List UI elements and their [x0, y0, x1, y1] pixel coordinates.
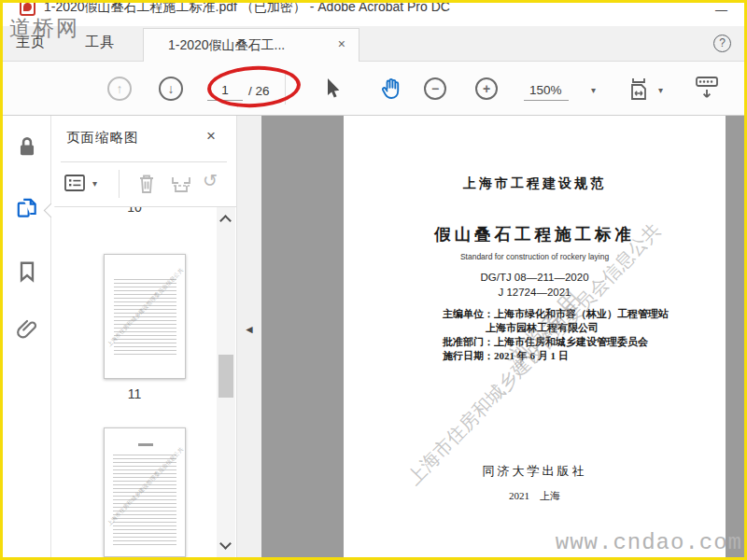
thumbnail-label-11: 11	[51, 386, 218, 401]
panel-divider	[61, 161, 227, 162]
thumbnail-list[interactable]: 10 上海市住房和城乡建设管理委员会信息公共 11 上海市住房和城乡建设管理委员…	[51, 207, 236, 557]
panel-close-icon[interactable]: ×	[206, 127, 216, 146]
thumbnail-label-10: 10	[51, 207, 218, 215]
tab-bar: 主页 工具 1-2020假山叠石工... × ?	[3, 26, 744, 62]
collapse-panel-arrow-icon[interactable]: ◄	[244, 323, 255, 336]
acrobat-window: 1-2020假山叠石工程施工标准.pdf （已加密） - Adobe Acrob…	[3, 3, 744, 557]
thumbnail-options-caret-icon[interactable]: ▾	[92, 178, 97, 189]
doc-chief-editor-line1: 主编单位：上海市绿化和市容（林业）工程管理站	[443, 307, 669, 321]
doc-effective-date-line: 施行日期：2021 年 6 月 1 日	[443, 349, 569, 363]
scroll-down-icon[interactable]	[219, 538, 232, 550]
title-bar: 1-2020假山叠石工程施工标准.pdf （已加密） - Adobe Acrob…	[3, 3, 744, 26]
scroll-up-icon[interactable]	[219, 215, 232, 227]
panel-toolbar-separator	[119, 170, 120, 198]
thumbnail-heading-bar	[138, 443, 153, 446]
security-lock-icon[interactable]	[15, 134, 39, 159]
scrollbar-thumb[interactable]	[218, 355, 233, 398]
thumbnail-scrollbar[interactable]	[217, 207, 235, 557]
zoom-out-icon[interactable]: −	[424, 77, 446, 100]
tab-document-active[interactable]: 1-2020假山叠石工... ×	[143, 28, 359, 63]
doc-subtitle-english: Standard for construction of rockery lay…	[344, 252, 726, 261]
pdf-page: 上海市工程建设规范 假山叠石工程施工标准 Standard for constr…	[344, 116, 726, 557]
doc-title: 假山叠石工程施工标准	[344, 223, 726, 245]
panel-collapse-strip[interactable]: ◄	[236, 116, 261, 557]
collapse-toolbar-icon[interactable]	[694, 75, 720, 103]
doc-record-code: J 12724—2021	[344, 287, 726, 298]
thumbnail-text-lines	[114, 279, 176, 357]
help-icon[interactable]: ?	[713, 35, 731, 52]
page-thumbnails-panel: 页面缩略图 × ▾	[51, 116, 236, 557]
document-tab-close-icon[interactable]: ×	[338, 36, 345, 51]
document-tab-label: 1-2020假山叠石工...	[168, 37, 285, 54]
doc-approval-line: 批准部门：上海市住房和城乡建设管理委员会	[443, 335, 648, 349]
doc-edition: 2021 上海	[344, 489, 726, 503]
document-view[interactable]: 上海市工程建设规范 假山叠石工程施工标准 Standard for constr…	[261, 116, 744, 557]
left-icon-rail	[3, 116, 51, 557]
window-title: 1-2020假山叠石工程施工标准.pdf （已加密） - Adobe Acrob…	[44, 3, 450, 16]
zoom-dropdown-caret-icon[interactable]: ▾	[591, 85, 596, 95]
thumbnail-options-icon[interactable]	[63, 172, 87, 194]
tab-tools[interactable]: 工具	[85, 34, 115, 51]
crop-page-icon[interactable]	[169, 172, 193, 196]
bookmarks-icon[interactable]	[15, 259, 39, 284]
doc-region-header: 上海市工程建设规范	[344, 175, 726, 192]
main-toolbar: ↑ ↓ / 26 − + ▾ ▾	[3, 62, 744, 116]
zoom-in-icon[interactable]: +	[475, 77, 498, 100]
delete-page-icon[interactable]	[135, 172, 158, 196]
thumbnail-page-11[interactable]: 上海市住房和城乡建设管理委员会信息公共	[104, 254, 186, 379]
next-page-icon[interactable]: ↓	[159, 77, 183, 101]
page-count-label: / 26	[248, 84, 270, 98]
page-number-input[interactable]	[207, 80, 243, 101]
page-thumbnails-icon[interactable]	[15, 196, 39, 220]
select-tool-icon[interactable]	[320, 77, 343, 101]
minimize-button[interactable]: —	[715, 3, 727, 17]
page-fit-icon[interactable]	[627, 77, 651, 101]
screenshot-frame: 1-2020假山叠石工程施工标准.pdf （已加密） - Adobe Acrob…	[0, 0, 747, 560]
panel-toolbar: ▾ ↺	[51, 164, 236, 205]
thumbnail-text-lines	[113, 455, 176, 547]
doc-chief-editor-line2: 上海市园林工程有限公司	[486, 321, 599, 335]
panel-title: 页面缩略图	[66, 129, 139, 147]
tab-home[interactable]: 主页	[16, 34, 46, 51]
doc-publisher: 同济大学出版社	[344, 463, 726, 480]
toolbar-separator	[285, 74, 286, 105]
rotate-page-icon[interactable]: ↺	[203, 170, 218, 191]
previous-page-icon[interactable]: ↑	[107, 77, 132, 101]
main-area: 页面缩略图 × ▾	[3, 116, 744, 557]
zoom-level-input[interactable]	[524, 80, 569, 101]
acrobat-app-icon	[20, 3, 35, 16]
attachments-paperclip-icon[interactable]	[15, 317, 39, 342]
doc-standard-code: DG/TJ 08—211—2020	[344, 272, 726, 283]
hand-tool-icon[interactable]	[378, 76, 404, 102]
thumbnail-page-12[interactable]: 上海市住房和城乡建设管理委员会信息公共	[104, 427, 186, 557]
page-fit-dropdown-caret-icon[interactable]: ▾	[658, 85, 663, 95]
